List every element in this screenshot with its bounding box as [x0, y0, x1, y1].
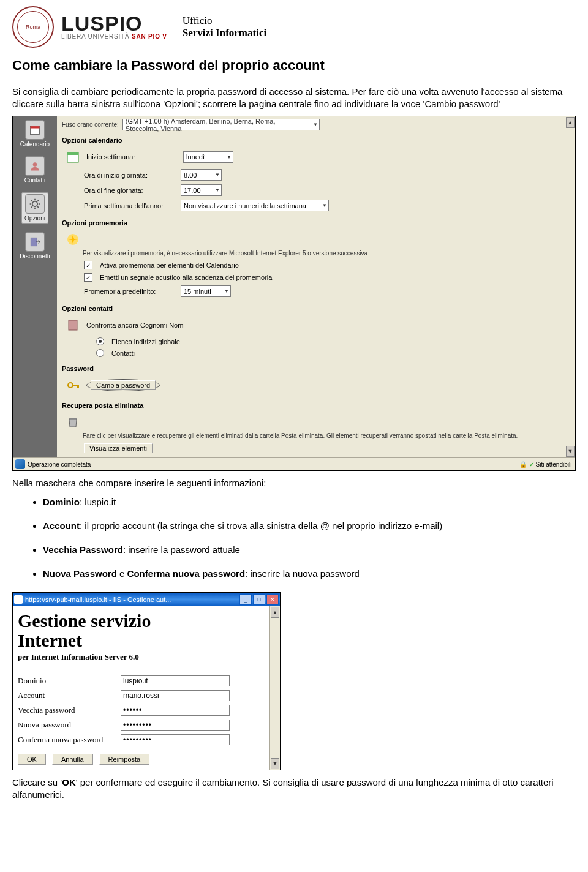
header-divider [175, 12, 175, 42]
sidebar-item-contatti[interactable]: Contatti [24, 156, 45, 184]
select-ora-inizio[interactable]: 8.00 [181, 169, 222, 181]
scroll-up-arrow[interactable]: ▲ [271, 607, 279, 618]
label-prima-settimana: Prima settimana dell'anno: [84, 202, 176, 209]
document-header: Roma LUSPIO LIBERA UNIVERSITÀ SAN PIO V … [0, 0, 588, 51]
scrollbar[interactable]: ▲ ▼ [565, 116, 575, 457]
maximize-button[interactable]: □ [253, 594, 265, 605]
select-promemoria-predefinito[interactable]: 15 minuti [181, 285, 231, 297]
dialog-heading-2: Internet [18, 630, 265, 651]
logo-name: LUSPIO [61, 14, 167, 33]
calendar-icon [64, 148, 81, 165]
reminder-icon [64, 231, 81, 248]
label-dominio: Dominio [18, 676, 121, 686]
ie-icon [15, 459, 25, 469]
window-titlebar: https://srv-pub-mail.luspio.it - IIS - G… [13, 593, 280, 606]
label-account: Account [18, 691, 121, 701]
svg-point-2 [33, 162, 37, 167]
section-calendar: Opzioni calendario [62, 137, 560, 144]
contatti-line: Confronta ancora Cognomi Nomi [86, 321, 185, 329]
ok-button[interactable]: OK [18, 754, 46, 765]
intro-paragraph-2: Nella maschera che compare inserire le s… [12, 477, 576, 489]
label-ora-fine: Ora di fine giornata: [84, 187, 176, 194]
status-trusted: Siti attendibili [536, 461, 572, 468]
label-promemoria-predefinito: Promemoria predefinito: [84, 288, 176, 295]
window-title: https://srv-pub-mail.luspio.it - IIS - G… [25, 596, 238, 603]
status-text: Operazione completata [28, 461, 91, 468]
logo-subtitle: LIBERA UNIVERSITÀ SAN PIO V [61, 33, 167, 40]
input-conferma-password[interactable] [121, 734, 230, 745]
label-inizio-settimana: Inizio settimana: [86, 153, 178, 160]
checkbox-segnale-acustico[interactable]: ✓ [84, 273, 92, 282]
sidebar-item-disconnetti[interactable]: Disconnetti [20, 232, 50, 260]
list-item: Account: il proprio account (la stringa … [43, 521, 576, 531]
logo-text-block: LUSPIO LIBERA UNIVERSITÀ SAN PIO V [61, 14, 167, 40]
intro-paragraph-1: Si consiglia di cambiare periodicamente … [12, 86, 576, 110]
university-seal: Roma [12, 6, 54, 48]
select-prima-settimana[interactable]: Non visualizzare i numeri della settiman… [181, 200, 329, 211]
minimize-button[interactable]: _ [239, 594, 252, 605]
dialog-heading-1: Gestione servizio [18, 611, 265, 631]
status-bar: Operazione completata 🔒 ✔ Siti attendibi… [13, 457, 575, 470]
label-segnale-acustico: Emetti un segnale acustico alla scadenza… [100, 274, 272, 281]
office-label: Ufficio Servizi Informatici [183, 15, 266, 40]
label-attiva-promemoria: Attiva promemoria per elementi del Calen… [100, 261, 239, 269]
section-password: Password [62, 365, 560, 372]
sidebar-item-opzioni[interactable]: Opzioni [21, 192, 48, 224]
section-contatti: Opzioni contatti [62, 305, 560, 312]
section-recupera: Recupera posta eliminata [62, 402, 560, 409]
select-ora-fine[interactable]: 17.00 [181, 184, 222, 196]
label-vecchia-password: Vecchia password [18, 705, 121, 715]
scroll-down-arrow[interactable]: ▼ [271, 758, 279, 769]
svg-point-3 [32, 201, 37, 206]
section-promemoria: Opzioni promemoria [62, 219, 560, 227]
svg-point-9 [68, 383, 73, 388]
annulla-button[interactable]: Annulla [52, 754, 93, 765]
timezone-label: Fuso orario corrente: [62, 121, 119, 128]
input-nuova-password[interactable] [121, 720, 230, 731]
visualizza-elementi-button[interactable]: Visualizza elementi [84, 443, 153, 453]
list-item: Nuova Password e Conferma nuova password… [43, 568, 576, 579]
screenshot-password-dialog: https://srv-pub-mail.luspio.it - IIS - G… [12, 592, 281, 771]
input-dominio[interactable] [121, 675, 230, 686]
select-inizio-settimana[interactable]: lunedì [183, 151, 233, 163]
timezone-select[interactable]: (GMT +1.00 h) Amsterdam, Berlino, Berna,… [123, 119, 320, 130]
closing-paragraph: Cliccare su 'OK' per confermare ed esegu… [12, 776, 576, 800]
input-vecchia-password[interactable] [121, 705, 230, 716]
label-nuova-password: Nuova password [18, 720, 121, 730]
key-icon [64, 377, 81, 394]
lock-icon: 🔒 [519, 461, 527, 468]
svg-rect-8 [69, 320, 77, 330]
screenshot-options-panel: Calendario Contatti Opzioni Disconnetti … [12, 116, 576, 471]
label-radio-contatti: Contatti [111, 350, 135, 357]
logout-icon [25, 232, 45, 252]
input-account[interactable] [121, 690, 230, 701]
label-ora-inizio: Ora di inizio giornata: [84, 171, 176, 179]
scroll-down-arrow[interactable]: ▼ [566, 446, 575, 457]
recupera-note: Fare clic per visualizzare e recuperare … [62, 432, 560, 439]
options-main-area: Fuso orario corrente: (GMT +1.00 h) Amst… [57, 116, 565, 457]
gear-icon [25, 194, 45, 214]
cambia-password-button[interactable]: Cambia password [91, 380, 156, 390]
close-button[interactable]: ✕ [266, 594, 279, 605]
dialog-subtitle: per Internet Information Server 6.0 [18, 652, 265, 662]
svg-rect-10 [69, 418, 77, 419]
trash-restore-icon [64, 413, 81, 430]
window-icon [14, 595, 23, 604]
checkbox-attiva-promemoria[interactable]: ✓ [84, 261, 92, 269]
calendar-icon [25, 120, 45, 140]
list-item: Vecchia Password: inserire la password a… [43, 544, 576, 555]
svg-rect-6 [67, 152, 78, 155]
book-icon [64, 317, 81, 334]
sidebar: Calendario Contatti Opzioni Disconnetti [13, 116, 57, 457]
sidebar-item-calendario[interactable]: Calendario [20, 120, 50, 148]
label-conferma-password: Conferma nuova password [18, 735, 121, 745]
scroll-up-arrow[interactable]: ▲ [566, 117, 575, 128]
radio-elenco-globale[interactable] [96, 337, 104, 345]
svg-rect-1 [31, 126, 40, 128]
reimposta-button[interactable]: Reimposta [99, 754, 150, 765]
dialog-scrollbar[interactable]: ▲ ▼ [270, 606, 280, 770]
list-item: Dominio: luspio.it [43, 497, 576, 507]
radio-contatti[interactable] [96, 349, 104, 357]
contacts-icon [25, 156, 45, 176]
page-title: Come cambiare la Password del proprio ac… [12, 58, 576, 73]
